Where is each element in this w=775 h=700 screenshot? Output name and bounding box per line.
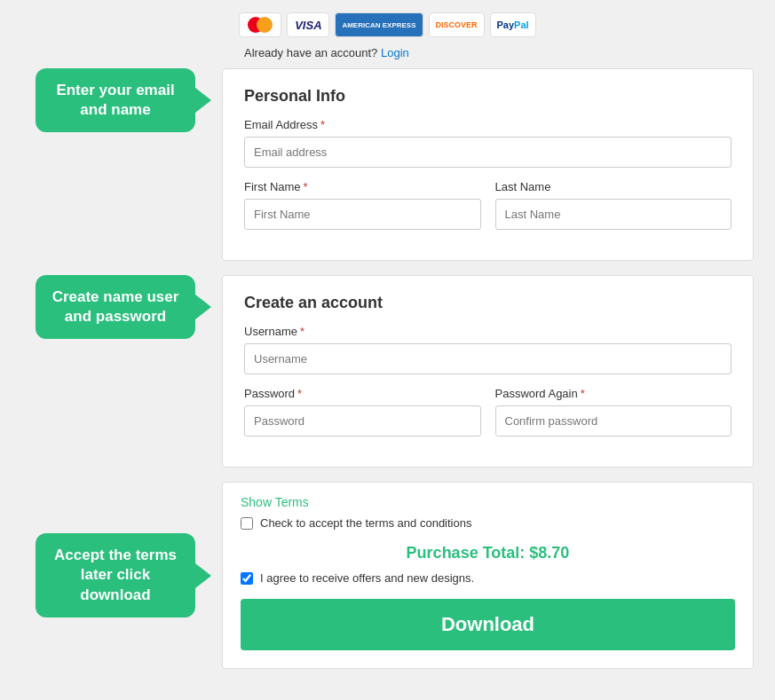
first-name-label: First Name* xyxy=(244,180,481,193)
password-field-group: Password* xyxy=(244,387,481,437)
email-field-group: Email Address* xyxy=(244,118,732,168)
main-content: Enter your email and name Personal Info … xyxy=(0,68,775,683)
page-wrapper: VISA AMERICAN EXPRESS DISCOVER PayPal Al… xyxy=(0,0,775,700)
create-account-card: Create an account Username* Password* xyxy=(222,275,754,468)
terms-checkbox-label[interactable]: Check to accept the terms and conditions xyxy=(260,516,471,530)
first-name-input[interactable] xyxy=(244,199,481,230)
terms-bubble: Accept the terms later click download xyxy=(36,533,195,617)
username-field-group: Username* xyxy=(244,325,732,374)
payment-icons-row: VISA AMERICAN EXPRESS DISCOVER PayPal xyxy=(0,0,775,46)
username-required: * xyxy=(300,325,304,338)
email-required: * xyxy=(320,118,325,131)
already-account-row: Already have an account? Login xyxy=(0,46,775,68)
password-required: * xyxy=(297,387,302,400)
offers-label[interactable]: I agree to receive offers and new design… xyxy=(260,571,474,585)
last-name-field-group: Last Name xyxy=(495,180,732,230)
terms-checkbox-row: Check to accept the terms and conditions xyxy=(241,516,735,530)
personal-info-bubble: Enter your email and name xyxy=(36,68,195,132)
create-account-bubble: Create name user and password xyxy=(36,275,195,339)
discover-icon: DISCOVER xyxy=(429,12,485,37)
first-name-required: * xyxy=(304,180,308,193)
terms-bubble-container: Accept the terms later click download xyxy=(0,482,195,669)
offers-checkbox[interactable] xyxy=(241,572,253,585)
password-label: Password* xyxy=(244,387,481,400)
purchase-total-amount: $8.70 xyxy=(529,544,569,562)
create-account-bubble-container: Create name user and password xyxy=(0,275,195,339)
paypal-icon: PayPal xyxy=(490,12,536,37)
personal-info-bubble-container: Enter your email and name xyxy=(0,68,195,132)
username-input[interactable] xyxy=(244,343,732,374)
password-fields-row: Password* Password Again* xyxy=(244,387,732,449)
terms-card: Show Terms Check to accept the terms and… xyxy=(222,482,754,669)
last-name-input[interactable] xyxy=(495,199,732,230)
mastercard-icon xyxy=(239,12,281,37)
personal-info-card: Personal Info Email Address* First Name* xyxy=(222,68,754,261)
offers-row: I agree to receive offers and new design… xyxy=(241,571,735,585)
email-input[interactable] xyxy=(244,137,732,168)
terms-checkbox[interactable] xyxy=(241,517,253,530)
create-account-section: Create name user and password Create an … xyxy=(0,275,775,468)
first-name-field-group: First Name* xyxy=(244,180,481,230)
amex-icon: AMERICAN EXPRESS xyxy=(335,12,423,37)
visa-icon: VISA xyxy=(287,12,329,37)
password-input[interactable] xyxy=(244,405,481,437)
password-again-required: * xyxy=(581,387,585,400)
create-account-title: Create an account xyxy=(244,294,732,312)
email-label: Email Address* xyxy=(244,118,732,131)
password-again-label: Password Again* xyxy=(495,387,732,400)
personal-info-title: Personal Info xyxy=(244,87,732,106)
username-label: Username* xyxy=(244,325,732,338)
already-account-text: Already have an account? xyxy=(244,46,377,59)
show-terms-link[interactable]: Show Terms xyxy=(241,495,735,509)
confirm-password-input[interactable] xyxy=(495,405,732,437)
download-button[interactable]: Download xyxy=(241,599,735,650)
name-fields-row: First Name* Last Name xyxy=(244,180,732,242)
personal-info-section: Enter your email and name Personal Info … xyxy=(0,68,775,261)
purchase-total: Purchase Total: $8.70 xyxy=(241,544,735,562)
login-link[interactable]: Login xyxy=(381,46,409,59)
password-again-field-group: Password Again* xyxy=(495,387,732,437)
last-name-label: Last Name xyxy=(495,180,732,193)
terms-section-row: Accept the terms later click download Sh… xyxy=(0,482,775,669)
